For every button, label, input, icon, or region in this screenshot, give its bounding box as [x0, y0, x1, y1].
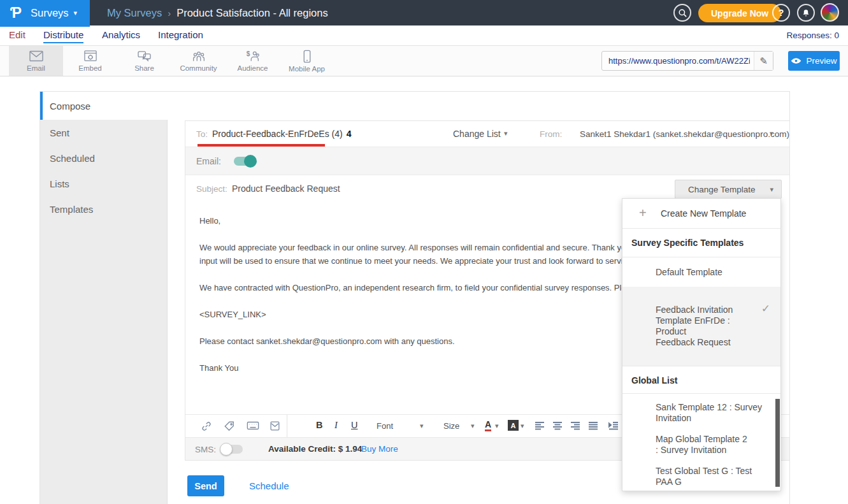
to-label: To: — [196, 129, 208, 139]
breadcrumb-my-surveys[interactable]: My Surveys — [107, 7, 162, 19]
change-template-button[interactable]: Change Template ▾ — [675, 180, 782, 199]
tab-distribute[interactable]: Distribute — [43, 29, 83, 43]
sidebar-item-lists[interactable]: Lists — [40, 171, 168, 196]
questionpro-logo-icon: Ƥ — [10, 4, 22, 22]
align-right-icon[interactable] — [570, 421, 580, 433]
questionpro-distribute-page: { "topbar": { "logo_glyph": "Ƥ", "produc… — [0, 0, 848, 504]
bold-button[interactable]: B — [316, 420, 322, 430]
share-icon — [137, 50, 152, 62]
menu-scrollbar-thumb[interactable] — [775, 399, 780, 487]
channel-tab-share[interactable]: Share — [117, 46, 171, 76]
edit-url-button[interactable]: ✎ — [754, 52, 773, 70]
font-caret-icon[interactable]: ▾ — [420, 422, 424, 430]
recipient-row: To: Product-Feedback-EnFrDeEs (4)4 Chang… — [185, 121, 789, 147]
channel-tab-email[interactable]: Email — [9, 46, 63, 76]
size-caret-icon[interactable]: ▾ — [471, 422, 475, 430]
from-caret-icon[interactable]: ▾ — [770, 129, 773, 138]
toolbar-separator — [287, 415, 287, 437]
eye-icon — [791, 57, 801, 64]
subject-input-value[interactable]: Product Feedback Request — [232, 184, 340, 194]
compose-sidebar: Compose Sent Scheduled Lists Templates — [40, 92, 168, 504]
sidebar-item-sent[interactable]: Sent — [40, 120, 168, 145]
available-credit-text: Available Credit: $ 1.94 — [268, 444, 362, 454]
preview-button[interactable]: Preview — [788, 51, 840, 71]
channel-tab-community[interactable]: Community — [171, 46, 226, 76]
breadcrumb: My Surveys › Product Satisfaction - All … — [107, 0, 328, 25]
channel-tab-mobile-app[interactable]: Mobile App — [280, 46, 334, 76]
highlight-caret-icon[interactable]: ▾ — [521, 422, 524, 430]
check-icon: ✓ — [761, 303, 770, 314]
keyboard-icon[interactable] — [247, 421, 258, 432]
upgrade-now-button[interactable]: Upgrade Now — [698, 4, 781, 22]
embed-icon — [83, 50, 97, 62]
create-new-template-item[interactable]: + Create New Template — [622, 199, 780, 228]
plus-icon: + — [639, 206, 647, 220]
survey-url-input[interactable] — [602, 52, 754, 70]
toggle-knob — [244, 155, 257, 168]
schedule-link[interactable]: Schedule — [249, 480, 289, 491]
email-toggle[interactable] — [234, 157, 255, 166]
template-item-default[interactable]: Default Template — [622, 257, 780, 287]
tab-analytics[interactable]: Analytics — [102, 29, 140, 40]
chevron-right-icon: › — [168, 8, 171, 18]
indent-increase-icon[interactable] — [608, 421, 619, 433]
tab-edit[interactable]: Edit — [9, 29, 25, 40]
responses-count: Responses: 0 — [786, 31, 839, 40]
change-template-caret-icon: ▾ — [770, 185, 773, 194]
template-item-sank-12[interactable]: Sank Template 12 : Survey Invitation — [622, 394, 780, 424]
text-color-button[interactable]: A — [485, 419, 491, 431]
survey-nav: Edit Distribute Analytics Integration Re… — [0, 25, 848, 46]
buy-more-link[interactable]: Buy More — [361, 444, 398, 454]
align-left-icon[interactable] — [535, 421, 545, 433]
tab-integration[interactable]: Integration — [158, 29, 203, 40]
global-templates-scroll-area: Sank Template 12 : Survey Invitation Map… — [622, 394, 780, 491]
from-label: From: — [540, 129, 562, 139]
from-sender-value[interactable]: Sanket1 Shekdar1 (sanket.shekdar@questio… — [580, 129, 789, 139]
help-icon: ? — [779, 8, 784, 18]
sidebar-item-compose[interactable]: Compose — [40, 92, 168, 120]
template-item-test-global-g[interactable]: Test Global Test G : Test PAA G — [622, 456, 780, 487]
insert-link-icon[interactable] — [201, 421, 212, 432]
align-center-icon[interactable] — [552, 421, 563, 433]
sms-toggle[interactable] — [221, 445, 243, 454]
subject-label: Subject: — [196, 184, 227, 194]
page-title: Product Satisfaction - All regions — [176, 7, 328, 19]
text-color-caret-icon[interactable]: ▾ — [495, 422, 499, 430]
community-icon — [191, 50, 206, 62]
email-toggle-label: Email: — [196, 156, 221, 166]
template-item-map-global-2[interactable]: Map Global Template 2 : Survey Invitatio… — [622, 424, 780, 456]
recipient-count-badge: 4 — [347, 129, 352, 139]
font-family-dropdown[interactable]: Font — [377, 421, 393, 431]
product-switcher-label: Surveys — [31, 7, 69, 19]
bell-icon — [801, 8, 810, 18]
insert-image-icon[interactable] — [269, 421, 281, 432]
survey-specific-templates-header: Survey Specific Templates — [622, 229, 780, 257]
italic-button[interactable]: I — [334, 420, 338, 431]
user-avatar[interactable] — [821, 3, 839, 22]
change-list-caret-icon[interactable]: ▾ — [504, 129, 508, 138]
underline-button[interactable]: U — [351, 420, 357, 430]
search-button[interactable] — [673, 4, 691, 22]
font-size-dropdown[interactable]: Size — [443, 421, 459, 431]
global-list-header: Global List — [622, 366, 780, 393]
template-item-selected[interactable]: Feedback Invitation Template EnFrDe : Pr… — [622, 287, 780, 366]
sidebar-item-templates[interactable]: Templates — [40, 196, 168, 222]
highlight-color-button[interactable]: A — [508, 420, 519, 431]
channel-tab-audience[interactable]: $ Audience — [226, 46, 280, 76]
help-button[interactable]: ? — [772, 4, 790, 22]
recipient-list-value: Product-Feedback-EnFrDeEs (4)4 — [212, 129, 351, 139]
product-switcher[interactable]: Ƥ Surveys ▾ — [0, 0, 90, 25]
notifications-button[interactable] — [797, 4, 815, 22]
email-icon — [29, 50, 44, 62]
mobile-app-icon — [303, 50, 312, 63]
merge-tag-icon[interactable] — [224, 421, 235, 432]
channel-tab-embed[interactable]: Embed — [63, 46, 117, 76]
pencil-icon: ✎ — [759, 55, 768, 67]
change-list-button[interactable]: Change List — [453, 129, 501, 139]
align-justify-icon[interactable] — [588, 421, 598, 433]
toggle-knob — [220, 443, 233, 456]
sidebar-item-scheduled[interactable]: Scheduled — [40, 145, 168, 171]
distribute-channel-bar: Email Embed Share Community $ Audience M… — [0, 46, 848, 76]
send-button[interactable]: Send — [187, 475, 224, 496]
audience-icon: $ — [245, 50, 261, 62]
